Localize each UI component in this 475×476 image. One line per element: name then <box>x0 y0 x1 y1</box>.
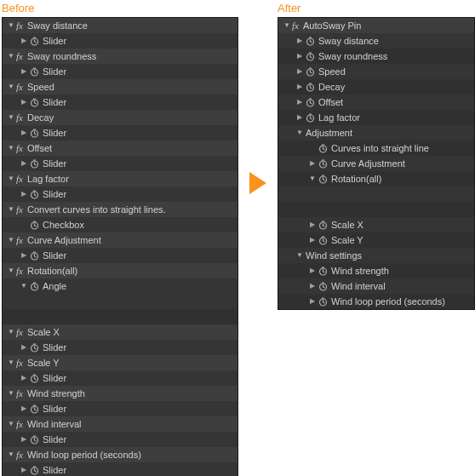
disclosure-arrow-icon[interactable] <box>7 359 15 366</box>
disclosure-arrow-icon[interactable] <box>20 436 28 443</box>
effect-property[interactable]: Slider <box>3 340 238 355</box>
effect-header[interactable]: fxWind interval <box>3 416 238 432</box>
disclosure-arrow-icon[interactable] <box>308 160 317 167</box>
effect-header[interactable]: fxCurve Adjustment <box>3 232 238 248</box>
stopwatch-icon[interactable] <box>318 144 328 153</box>
wind-item[interactable]: Wind strength <box>278 263 474 278</box>
stopwatch-icon[interactable] <box>318 282 328 291</box>
disclosure-arrow-icon[interactable] <box>7 206 15 213</box>
effect-property[interactable]: Scale Y <box>278 232 474 248</box>
effect-property[interactable]: Slider <box>3 95 238 110</box>
stopwatch-icon[interactable] <box>306 67 315 77</box>
effect-property[interactable]: Checkbox <box>3 217 238 232</box>
disclosure-arrow-icon[interactable] <box>7 22 15 29</box>
stopwatch-icon[interactable] <box>318 221 328 230</box>
disclosure-arrow-icon[interactable] <box>7 83 15 90</box>
disclosure-arrow-icon[interactable] <box>7 421 15 427</box>
effect-property[interactable]: Slider <box>3 401 238 416</box>
stopwatch-icon[interactable] <box>306 37 315 46</box>
wind-item[interactable]: Wind loop period (seconds) <box>278 294 474 309</box>
stopwatch-icon[interactable] <box>30 37 39 46</box>
disclosure-arrow-icon[interactable] <box>7 390 15 397</box>
stopwatch-icon[interactable] <box>30 282 39 291</box>
effect-property[interactable]: Angle <box>3 278 238 294</box>
stopwatch-icon[interactable] <box>30 251 39 261</box>
group-adjustment[interactable]: Adjustment <box>278 125 474 141</box>
disclosure-arrow-icon[interactable] <box>7 175 15 182</box>
adjustment-item[interactable]: Curves into straight line <box>278 141 474 156</box>
effect-header[interactable]: fxRotation(all) <box>3 263 238 278</box>
effect-property[interactable]: Slider <box>3 156 238 171</box>
disclosure-arrow-icon[interactable] <box>295 99 304 106</box>
stopwatch-icon[interactable] <box>30 374 39 383</box>
stopwatch-icon[interactable] <box>30 435 39 444</box>
disclosure-arrow-icon[interactable] <box>283 22 291 29</box>
stopwatch-icon[interactable] <box>30 190 39 199</box>
disclosure-arrow-icon[interactable] <box>20 252 28 259</box>
disclosure-arrow-icon[interactable] <box>295 68 304 75</box>
effect-property[interactable]: Slider <box>3 64 238 79</box>
stopwatch-icon[interactable] <box>30 466 39 475</box>
disclosure-arrow-icon[interactable] <box>308 237 317 244</box>
disclosure-arrow-icon[interactable] <box>20 68 28 75</box>
effect-property[interactable]: Slider <box>3 432 238 447</box>
disclosure-arrow-icon[interactable] <box>20 344 28 351</box>
effect-property[interactable]: Sway roundness <box>278 49 474 64</box>
effect-property[interactable]: Offset <box>278 95 474 110</box>
effect-header[interactable]: fxSpeed <box>3 79 238 95</box>
effect-header[interactable]: fxSway roundness <box>3 49 238 64</box>
effect-header[interactable]: fxAutoSway Pin <box>278 18 474 33</box>
disclosure-arrow-icon[interactable] <box>308 175 317 182</box>
effect-header[interactable]: fxDecay <box>3 110 238 125</box>
stopwatch-icon[interactable] <box>306 98 315 107</box>
disclosure-arrow-icon[interactable] <box>295 83 304 90</box>
disclosure-arrow-icon[interactable] <box>20 129 28 136</box>
effect-property[interactable]: Lag factor <box>278 110 474 125</box>
stopwatch-icon[interactable] <box>30 404 39 414</box>
disclosure-arrow-icon[interactable] <box>7 145 15 152</box>
disclosure-arrow-icon[interactable] <box>7 237 15 244</box>
effect-header[interactable]: fxLag factor <box>3 171 238 186</box>
disclosure-arrow-icon[interactable] <box>20 375 28 381</box>
effect-header[interactable]: fxScale Y <box>3 355 238 370</box>
disclosure-arrow-icon[interactable] <box>308 267 317 274</box>
effect-property[interactable]: Slider <box>3 186 238 202</box>
stopwatch-icon[interactable] <box>318 236 328 245</box>
disclosure-arrow-icon[interactable] <box>20 37 28 44</box>
stopwatch-icon[interactable] <box>30 129 39 138</box>
disclosure-arrow-icon[interactable] <box>20 467 28 473</box>
disclosure-arrow-icon[interactable] <box>308 298 317 305</box>
disclosure-arrow-icon[interactable] <box>7 329 15 335</box>
effect-header[interactable]: fxScale X <box>3 324 238 340</box>
effect-property[interactable]: Slider <box>3 370 238 386</box>
effect-header[interactable]: fxSway distance <box>3 18 238 33</box>
stopwatch-icon[interactable] <box>30 98 39 107</box>
adjustment-item[interactable]: Rotation(all) <box>278 171 474 186</box>
effect-property[interactable]: Speed <box>278 64 474 79</box>
disclosure-arrow-icon[interactable] <box>20 191 28 198</box>
adjustment-item[interactable]: Curve Adjustment <box>278 156 474 171</box>
disclosure-arrow-icon[interactable] <box>7 53 15 60</box>
effect-property[interactable]: Slider <box>3 125 238 141</box>
group-wind[interactable]: Wind settings <box>278 248 474 263</box>
disclosure-arrow-icon[interactable] <box>7 451 15 458</box>
stopwatch-icon[interactable] <box>30 221 39 230</box>
stopwatch-icon[interactable] <box>30 67 39 77</box>
effect-header[interactable]: fxConvert curves into straight lines. <box>3 202 238 217</box>
stopwatch-icon[interactable] <box>306 83 315 92</box>
disclosure-arrow-icon[interactable] <box>20 160 28 167</box>
stopwatch-icon[interactable] <box>30 159 39 169</box>
disclosure-arrow-icon[interactable] <box>308 221 317 228</box>
effect-property[interactable]: Slider <box>3 33 238 49</box>
disclosure-arrow-icon[interactable] <box>20 283 28 290</box>
effect-header[interactable]: fxOffset <box>3 141 238 156</box>
effect-header[interactable]: fxWind strength <box>3 386 238 401</box>
stopwatch-icon[interactable] <box>306 113 315 123</box>
stopwatch-icon[interactable] <box>318 175 328 184</box>
effect-property[interactable]: Scale X <box>278 217 474 232</box>
disclosure-arrow-icon[interactable] <box>20 99 28 106</box>
disclosure-arrow-icon[interactable] <box>7 267 15 274</box>
disclosure-arrow-icon[interactable] <box>308 283 317 290</box>
disclosure-arrow-icon[interactable] <box>20 405 28 412</box>
disclosure-arrow-icon[interactable] <box>295 114 304 121</box>
